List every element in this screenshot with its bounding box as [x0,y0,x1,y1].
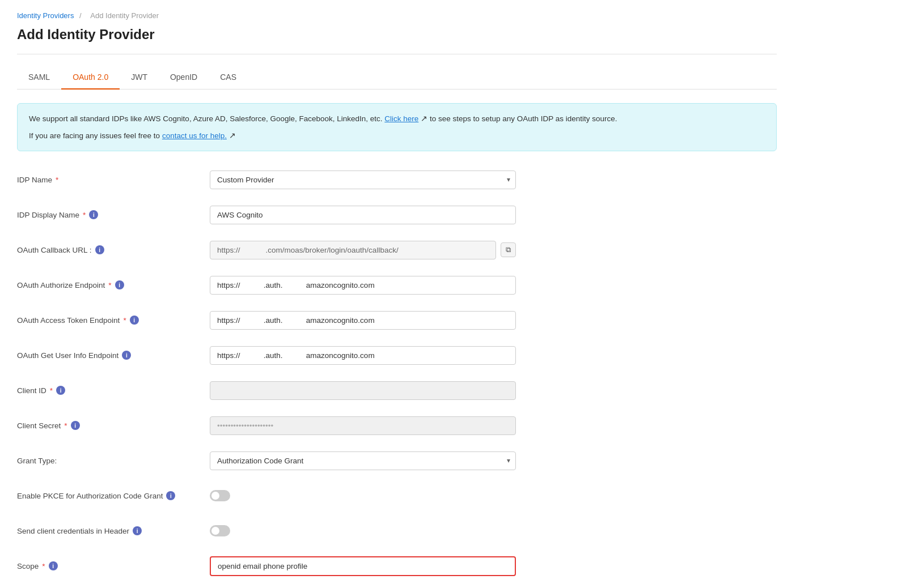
copy-callback-url-button[interactable]: ⧉ [501,242,516,257]
breadcrumb-separator: / [79,11,82,20]
idp-name-label: IDP Name* [17,176,210,184]
oauth-authorize-endpoint-info-icon[interactable]: i [115,280,124,289]
scope-control [210,556,516,576]
client-secret-control [210,416,516,435]
oauth-access-token-endpoint-info-icon[interactable]: i [130,316,139,325]
idp-display-name-label: IDP Display Name* i [17,210,210,219]
client-secret-row: Client Secret* i [17,413,777,438]
oauth-authorize-endpoint-row: OAuth Authorize Endpoint* i [17,272,777,297]
scope-row: Scope* i [17,553,777,578]
oauth-get-user-info-endpoint-control [210,346,516,365]
idp-name-select-wrap: Custom Provider ▾ [210,171,516,189]
idp-display-name-input[interactable] [210,206,516,224]
idp-name-row: IDP Name* Custom Provider ▾ [17,167,777,192]
client-secret-label: Client Secret* i [17,421,210,430]
oauth-access-token-endpoint-row: OAuth Access Token Endpoint* i [17,308,777,333]
enable-pkce-slider [210,490,230,501]
send-client-credentials-toggle[interactable] [210,525,230,536]
tab-oauth2[interactable]: OAuth 2.0 [61,66,120,90]
oauth-callback-url-input[interactable] [210,241,496,259]
oauth-callback-url-label: OAuth Callback URL : i [17,245,210,254]
identity-provider-form: IDP Name* Custom Provider ▾ IDP Display … [17,167,777,578]
oauth-access-token-endpoint-label: OAuth Access Token Endpoint* i [17,316,210,325]
banner-external-icon: ↗ [418,114,427,123]
oauth-callback-url-info-icon[interactable]: i [95,245,104,254]
banner-link2[interactable]: contact us for help. [162,131,227,140]
page-title: Add Identity Provider [17,27,777,42]
grant-type-select-wrap: Authorization Code Grant Implicit Grant … [210,451,516,470]
idp-name-control: Custom Provider ▾ [210,171,516,189]
oauth-get-user-info-endpoint-row: OAuth Get User Info Endpoint i [17,343,777,368]
grant-type-control: Authorization Code Grant Implicit Grant … [210,451,516,470]
oauth-get-user-info-endpoint-label: OAuth Get User Info Endpoint i [17,351,210,360]
client-id-input[interactable] [210,381,516,400]
tab-openid[interactable]: OpenID [159,66,209,90]
client-id-row: Client ID* i [17,378,777,403]
banner-text1: We support all standard IDPs like AWS Co… [29,114,384,123]
tab-bar: SAML OAuth 2.0 JWT OpenID CAS [17,66,777,90]
enable-pkce-label: Enable PKCE for Authorization Code Grant… [17,491,210,500]
idp-name-select[interactable]: Custom Provider [210,171,516,189]
tab-jwt[interactable]: JWT [120,66,159,90]
banner-text2: to see steps to setup any OAuth IDP as i… [427,114,617,123]
enable-pkce-control [210,490,516,501]
enable-pkce-info-icon[interactable]: i [166,491,175,500]
enable-pkce-toggle[interactable] [210,490,230,501]
grant-type-label: Grant Type: [17,457,210,465]
oauth-authorize-endpoint-input[interactable] [210,276,516,295]
client-id-label: Client ID* i [17,386,210,395]
grant-type-row: Grant Type: Authorization Code Grant Imp… [17,448,777,473]
oauth-callback-url-row: OAuth Callback URL : i ⧉ [17,237,777,262]
idp-display-name-row: IDP Display Name* i [17,202,777,227]
tab-saml[interactable]: SAML [17,66,61,90]
scope-input[interactable] [210,556,516,576]
banner-text3: If you are facing any issues feel free t… [29,131,162,140]
banner-link1[interactable]: Click here [384,114,418,123]
title-divider [17,54,777,54]
send-client-credentials-control [210,525,516,536]
send-client-credentials-info-icon[interactable]: i [133,526,142,535]
client-secret-input[interactable] [210,416,516,435]
enable-pkce-row: Enable PKCE for Authorization Code Grant… [17,483,777,508]
tab-cas[interactable]: CAS [209,66,248,90]
oauth-access-token-endpoint-input[interactable] [210,311,516,330]
oauth-authorize-endpoint-label: OAuth Authorize Endpoint* i [17,280,210,289]
oauth-get-user-info-endpoint-info-icon[interactable]: i [122,351,131,360]
client-id-info-icon[interactable]: i [56,386,65,395]
idp-display-name-info-icon[interactable]: i [89,210,98,219]
client-id-control [210,381,516,400]
scope-label: Scope* i [17,561,210,570]
send-client-credentials-row: Send client credentials in Header i [17,518,777,543]
idp-display-name-control [210,206,516,224]
grant-type-select[interactable]: Authorization Code Grant Implicit Grant … [210,451,516,470]
oauth-authorize-endpoint-control [210,276,516,295]
breadcrumb-parent-link[interactable]: Identity Providers [17,11,74,20]
breadcrumb: Identity Providers / Add Identity Provid… [17,11,777,20]
oauth-get-user-info-endpoint-input[interactable] [210,346,516,365]
oauth-access-token-endpoint-control [210,311,516,330]
info-banner: We support all standard IDPs like AWS Co… [17,103,777,151]
banner-link2-external-icon: ↗ [227,131,236,140]
oauth-callback-url-control: ⧉ [210,241,516,259]
client-secret-info-icon[interactable]: i [71,421,80,430]
breadcrumb-current: Add Identity Provider [90,11,159,20]
scope-info-icon[interactable]: i [49,561,58,570]
send-client-credentials-label: Send client credentials in Header i [17,526,210,535]
send-client-credentials-slider [210,525,230,536]
